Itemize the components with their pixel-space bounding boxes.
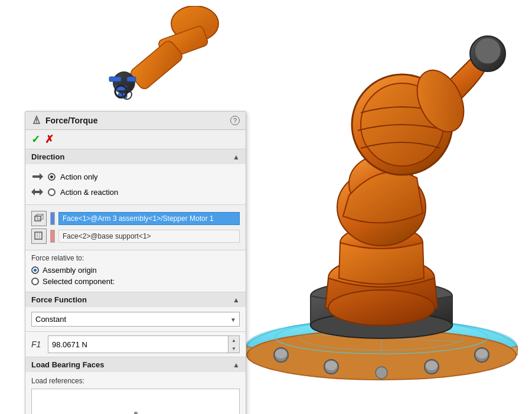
load-ref-label: Load references: <box>25 374 246 386</box>
selected-component-row[interactable]: Selected component: <box>31 276 240 287</box>
svg-point-21 <box>376 367 387 379</box>
svg-marker-44 <box>40 173 43 180</box>
assembly-origin-row[interactable]: Assembly origin <box>31 265 240 276</box>
face1-icon-button[interactable] <box>31 211 47 226</box>
svg-rect-46 <box>35 216 41 221</box>
selected-component-label: Selected component: <box>43 277 115 286</box>
direction-section-header: Direction ▲ <box>25 149 246 164</box>
action-reaction-option[interactable]: Action & reaction <box>31 184 240 200</box>
load-ref-dot <box>134 412 138 414</box>
face2-row: Face<2>@base support<1> <box>31 229 240 244</box>
help-button[interactable]: ? <box>230 116 240 125</box>
load-bearing-header: Load Bearing Faces ▲ <box>25 357 246 372</box>
f1-decrement-button[interactable]: ▼ <box>229 344 239 353</box>
f1-spinner: ▲ ▼ <box>228 336 239 353</box>
face-rows: Face<1>@Arm 3 assembly<1>/Stepper Motor … <box>25 205 246 250</box>
action-reaction-label: Action & reaction <box>60 188 118 197</box>
svg-point-14 <box>275 349 287 358</box>
action-only-radio[interactable] <box>48 173 56 181</box>
svg-rect-4 <box>109 77 121 82</box>
f1-input[interactable] <box>48 338 228 351</box>
panel-title: Force/Torque <box>45 116 97 125</box>
action-only-option[interactable]: Action only <box>31 169 240 184</box>
panel-header-left: Force/Torque <box>31 115 97 126</box>
action-only-label: Action only <box>60 172 98 181</box>
action-reaction-radio[interactable] <box>48 188 56 196</box>
force-torque-panel: Force/Torque ? ✓ ✗ Direction ▲ Action on… <box>25 111 246 414</box>
force-relative-section: Force relative to: Assembly origin Selec… <box>25 250 246 292</box>
svg-rect-43 <box>32 175 41 178</box>
svg-rect-2 <box>129 39 185 91</box>
force-torque-icon <box>31 115 42 126</box>
force-relative-label: Force relative to: <box>31 254 240 262</box>
assembly-origin-radio[interactable] <box>31 266 39 274</box>
svg-point-20 <box>426 361 438 370</box>
svg-rect-7 <box>127 77 136 82</box>
load-bearing-label: Load Bearing Faces <box>31 360 105 369</box>
direction-section-content: Action only Action & reaction <box>25 164 246 204</box>
load-bearing-section: Load Bearing Faces ▲ Load references: <box>25 357 246 414</box>
load-bearing-chevron[interactable]: ▲ <box>233 361 240 369</box>
load-ref-box[interactable] <box>31 389 240 414</box>
svg-point-31 <box>328 290 435 325</box>
force-function-select[interactable]: Constant Linear Step Sinusoidal <box>31 312 240 327</box>
force-function-chevron[interactable]: ▲ <box>233 296 240 304</box>
face2-icon <box>34 232 44 241</box>
confirm-button[interactable]: ✓ <box>31 133 40 146</box>
face1-color-bar <box>50 212 55 225</box>
panel-header: Force/Torque ? <box>25 112 246 130</box>
panel-toolbar: ✓ ✗ <box>25 130 246 149</box>
robot-thumbnail <box>77 6 242 109</box>
face2-color-bar <box>50 230 55 243</box>
face2-icon-button[interactable] <box>31 229 47 244</box>
force-function-header: Force Function ▲ <box>25 292 246 307</box>
force-function-content: Constant Linear Step Sinusoidal ▼ <box>25 307 246 331</box>
face1-row: Face<1>@Arm 3 assembly<1>/Stepper Motor … <box>31 211 240 226</box>
action-only-icon <box>31 171 43 182</box>
selected-component-radio[interactable] <box>31 278 39 285</box>
face2-label[interactable]: Face<2>@base support<1> <box>58 230 240 243</box>
force-function-section: Force Function ▲ Constant Linear Step Si… <box>25 292 246 332</box>
force-function-select-wrapper: Constant Linear Step Sinusoidal ▼ <box>31 312 240 327</box>
svg-rect-50 <box>35 232 42 239</box>
svg-point-42 <box>36 122 37 123</box>
f1-increment-button[interactable]: ▲ <box>229 336 239 344</box>
f1-label: F1 <box>31 340 43 349</box>
f1-input-wrapper: ▲ ▼ <box>48 335 240 353</box>
face1-label[interactable]: Face<1>@Arm 3 assembly<1>/Stepper Motor … <box>58 212 240 225</box>
svg-point-18 <box>325 361 337 370</box>
assembly-origin-label: Assembly origin <box>43 266 97 275</box>
svg-point-16 <box>476 349 488 358</box>
direction-label: Direction <box>31 152 64 161</box>
load-bearing-content: Load references: <box>25 372 246 414</box>
action-reaction-icon <box>31 186 43 198</box>
f1-row: F1 ▲ ▼ <box>25 332 246 357</box>
direction-chevron[interactable]: ▲ <box>233 153 240 161</box>
cancel-button[interactable]: ✗ <box>45 133 54 146</box>
robot-main-svg <box>234 6 529 408</box>
robot-main-view <box>230 0 532 414</box>
direction-section: Direction ▲ Action only Action & reactio… <box>25 149 246 205</box>
face1-icon <box>34 214 44 223</box>
svg-point-39 <box>475 38 501 64</box>
robot-thumbnail-svg <box>77 6 242 109</box>
force-function-label: Force Function <box>31 295 87 304</box>
svg-marker-45 <box>31 188 43 195</box>
